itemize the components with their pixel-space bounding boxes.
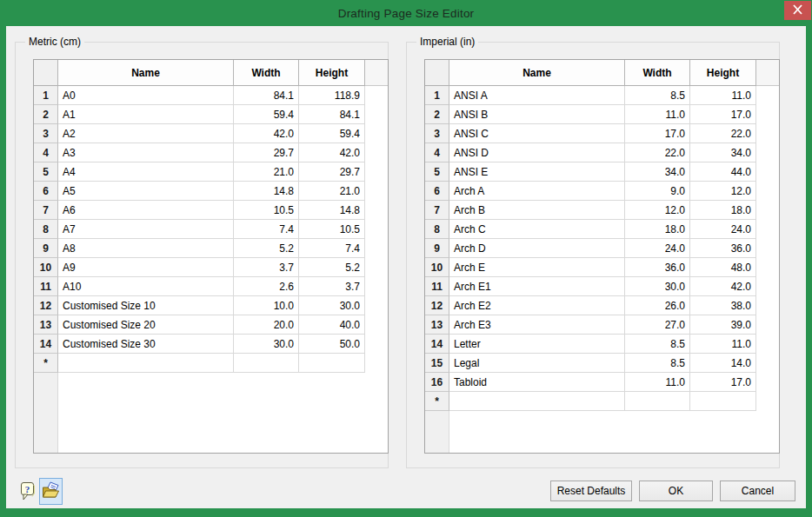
row-number-cell[interactable]: 7 <box>425 201 449 220</box>
name-cell[interactable]: A6 <box>58 201 234 220</box>
name-cell[interactable]: Customised Size 20 <box>58 315 234 335</box>
height-cell[interactable]: 17.0 <box>690 105 756 124</box>
width-cell[interactable]: 3.7 <box>234 258 299 277</box>
column-header-width[interactable]: Width <box>234 60 299 86</box>
height-cell[interactable]: 42.0 <box>690 277 756 296</box>
height-cell[interactable]: 11.0 <box>690 335 756 354</box>
new-row-marker-cell[interactable]: * <box>34 354 58 373</box>
name-cell[interactable]: ANSI E <box>449 162 625 182</box>
row-number-cell[interactable]: 10 <box>34 258 58 277</box>
height-cell[interactable]: 11.0 <box>690 86 756 105</box>
height-cell[interactable]: 38.0 <box>690 296 756 315</box>
height-cell[interactable]: 17.0 <box>690 373 756 392</box>
width-cell[interactable]: 30.0 <box>625 277 690 296</box>
height-cell[interactable]: 3.7 <box>299 277 365 296</box>
column-header-name[interactable]: Name <box>449 60 625 86</box>
width-cell[interactable]: 18.0 <box>625 220 690 239</box>
name-cell[interactable]: ANSI D <box>449 143 625 162</box>
name-cell[interactable]: Arch B <box>449 201 625 220</box>
height-cell[interactable]: 21.0 <box>299 182 365 201</box>
name-cell[interactable]: A3 <box>58 143 234 162</box>
new-width-cell[interactable] <box>234 354 299 373</box>
height-cell[interactable]: 44.0 <box>690 162 756 182</box>
height-cell[interactable]: 34.0 <box>690 143 756 162</box>
row-number-cell[interactable]: 11 <box>425 277 449 296</box>
column-header-height[interactable]: Height <box>299 60 365 86</box>
height-cell[interactable]: 42.0 <box>299 143 365 162</box>
name-cell[interactable]: A2 <box>58 124 234 143</box>
row-number-cell[interactable]: 4 <box>34 143 58 162</box>
row-number-cell[interactable]: 6 <box>425 182 449 201</box>
name-cell[interactable]: Customised Size 10 <box>58 296 234 315</box>
width-cell[interactable]: 10.0 <box>234 296 299 315</box>
row-number-cell[interactable]: 5 <box>34 162 58 182</box>
open-style-button[interactable] <box>39 478 63 505</box>
row-number-cell[interactable]: 8 <box>425 220 449 239</box>
height-cell[interactable]: 50.0 <box>299 335 365 354</box>
row-number-cell[interactable]: 9 <box>425 239 449 258</box>
width-cell[interactable]: 26.0 <box>625 296 690 315</box>
width-cell[interactable]: 84.1 <box>234 86 299 105</box>
name-cell[interactable]: A4 <box>58 162 234 182</box>
width-cell[interactable]: 34.0 <box>625 162 690 182</box>
width-cell[interactable]: 17.0 <box>625 124 690 143</box>
height-cell[interactable]: 118.9 <box>299 86 365 105</box>
name-cell[interactable]: Arch A <box>449 182 625 201</box>
help-icon[interactable]: ? <box>21 481 35 501</box>
width-cell[interactable]: 8.5 <box>625 354 690 373</box>
width-cell[interactable]: 11.0 <box>625 373 690 392</box>
width-cell[interactable]: 14.8 <box>234 182 299 201</box>
name-cell[interactable]: A9 <box>58 258 234 277</box>
imperial-page-size-table[interactable]: NameWidthHeight1ANSI A8.511.02ANSI B11.0… <box>424 59 780 454</box>
metric-page-size-table[interactable]: NameWidthHeight1A084.1118.92A159.484.13A… <box>33 59 389 454</box>
height-cell[interactable]: 12.0 <box>690 182 756 201</box>
height-cell[interactable]: 29.7 <box>299 162 365 182</box>
height-cell[interactable]: 48.0 <box>690 258 756 277</box>
name-cell[interactable]: ANSI B <box>449 105 625 124</box>
width-cell[interactable]: 22.0 <box>625 143 690 162</box>
height-cell[interactable]: 30.0 <box>299 296 365 315</box>
name-cell[interactable]: A0 <box>58 86 234 105</box>
ok-button[interactable]: OK <box>639 481 713 501</box>
width-cell[interactable]: 29.7 <box>234 143 299 162</box>
close-button[interactable] <box>784 1 811 20</box>
row-number-cell[interactable]: 8 <box>34 220 58 239</box>
width-cell[interactable]: 8.5 <box>625 86 690 105</box>
new-name-cell[interactable] <box>58 354 234 373</box>
row-number-cell[interactable]: 5 <box>425 162 449 182</box>
new-row-marker-cell[interactable]: * <box>425 392 449 411</box>
height-cell[interactable]: 24.0 <box>690 220 756 239</box>
width-cell[interactable]: 2.6 <box>234 277 299 296</box>
height-cell[interactable]: 36.0 <box>690 239 756 258</box>
height-cell[interactable]: 40.0 <box>299 315 365 335</box>
row-number-cell[interactable]: 2 <box>34 105 58 124</box>
name-cell[interactable]: A1 <box>58 105 234 124</box>
height-cell[interactable]: 84.1 <box>299 105 365 124</box>
row-number-cell[interactable]: 15 <box>425 354 449 373</box>
row-number-cell[interactable]: 1 <box>425 86 449 105</box>
name-cell[interactable]: Arch E3 <box>449 315 625 335</box>
row-number-cell[interactable]: 3 <box>425 124 449 143</box>
width-cell[interactable]: 11.0 <box>625 105 690 124</box>
name-cell[interactable]: A10 <box>58 277 234 296</box>
width-cell[interactable]: 8.5 <box>625 335 690 354</box>
name-cell[interactable]: Arch E <box>449 258 625 277</box>
height-cell[interactable]: 18.0 <box>690 201 756 220</box>
width-cell[interactable]: 20.0 <box>234 315 299 335</box>
row-number-cell[interactable]: 4 <box>425 143 449 162</box>
reset-defaults-button[interactable]: Reset Defaults <box>550 481 632 501</box>
height-cell[interactable]: 14.8 <box>299 201 365 220</box>
name-cell[interactable]: Arch C <box>449 220 625 239</box>
width-cell[interactable]: 24.0 <box>625 239 690 258</box>
height-cell[interactable]: 39.0 <box>690 315 756 335</box>
row-number-cell[interactable]: 12 <box>34 296 58 315</box>
width-cell[interactable]: 27.0 <box>625 315 690 335</box>
row-number-cell[interactable]: 9 <box>34 239 58 258</box>
row-number-cell[interactable]: 13 <box>425 315 449 335</box>
row-number-cell[interactable]: 10 <box>425 258 449 277</box>
name-cell[interactable]: A7 <box>58 220 234 239</box>
height-cell[interactable]: 5.2 <box>299 258 365 277</box>
column-header-height[interactable]: Height <box>690 60 756 86</box>
name-cell[interactable]: Arch E1 <box>449 277 625 296</box>
row-number-cell[interactable]: 3 <box>34 124 58 143</box>
